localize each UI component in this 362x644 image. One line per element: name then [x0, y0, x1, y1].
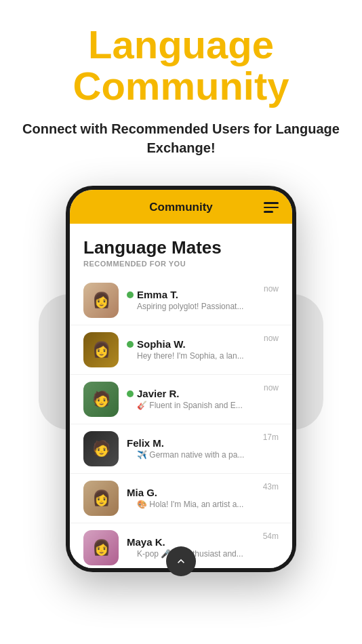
user-time: now	[264, 382, 279, 393]
user-name: Javier R.	[137, 388, 180, 399]
app-header-title: Community	[149, 201, 213, 214]
user-info: Felix M.✈️ German native with a pa...	[127, 437, 255, 460]
avatar: 👩	[83, 283, 119, 318]
list-item[interactable]: 🧑Felix M.✈️ German native with a pa...17…	[70, 424, 292, 474]
user-name-row: Felix M.	[127, 437, 255, 449]
user-info: Sophia W.Hey there! I'm Sophia, a lan...	[127, 338, 256, 361]
hero-title: Language Community	[16, 24, 346, 107]
user-name: Emma T.	[137, 289, 178, 300]
avatar: 👩	[83, 530, 119, 565]
user-time: 54m	[263, 530, 279, 541]
user-time: now	[264, 283, 279, 294]
user-time: now	[264, 332, 279, 343]
online-indicator	[127, 390, 134, 397]
user-info: Javier R.🎸 Fluent in Spanish and E...	[127, 388, 256, 410]
list-item[interactable]: 👩Emma T.Aspiring polyglot! Passionat...n…	[70, 276, 292, 325]
user-name: Mia G.	[127, 487, 157, 498]
user-name: Felix M.	[127, 437, 164, 449]
user-name-row: Javier R.	[127, 388, 256, 399]
section-title: Language Mates	[70, 237, 292, 258]
hero-subtitle: Connect with Recommended Users for Langu…	[16, 119, 346, 157]
list-item[interactable]: 👩Sophia W.Hey there! I'm Sophia, a lan..…	[70, 325, 292, 375]
list-item[interactable]: 🧑Javier R.🎸 Fluent in Spanish and E...no…	[70, 375, 292, 424]
avatar: 👩	[83, 332, 119, 367]
scroll-up-button[interactable]	[166, 546, 196, 576]
user-description: Hey there! I'm Sophia, a lan...	[127, 351, 256, 361]
avatar: 👩	[83, 481, 119, 516]
user-list: 👩Emma T.Aspiring polyglot! Passionat...n…	[70, 276, 292, 568]
user-name-row: Sophia W.	[127, 338, 256, 350]
user-description: ✈️ German native with a pa...	[127, 450, 255, 460]
user-name: Maya K.	[127, 536, 165, 548]
user-info: Emma T.Aspiring polyglot! Passionat...	[127, 289, 256, 311]
avatar: 🧑	[83, 382, 119, 417]
user-time: 43m	[263, 481, 279, 491]
user-name-row: Maya K.	[127, 536, 255, 548]
user-name-row: Emma T.	[127, 289, 256, 300]
user-description: 🎸 Fluent in Spanish and E...	[127, 401, 256, 410]
user-description: Aspiring polyglot! Passionat...	[127, 302, 256, 311]
section-subtitle: RECOMMENDED FOR YOU	[70, 260, 292, 268]
app-header: Community	[70, 190, 292, 224]
user-name: Sophia W.	[137, 338, 186, 350]
phone-mockup: Community Language Mates RECOMMENDED FOR…	[59, 186, 303, 586]
phone-screen: Community Language Mates RECOMMENDED FOR…	[70, 190, 292, 568]
user-info: Mia G.🎨 Hola! I'm Mia, an artist a...	[127, 487, 255, 509]
list-item[interactable]: 👩Mia G.🎨 Hola! I'm Mia, an artist a...43…	[70, 474, 292, 523]
user-name-row: Mia G.	[127, 487, 255, 498]
hero-section: Language Community Connect with Recommen…	[0, 0, 362, 186]
online-indicator	[127, 291, 134, 298]
app-content: Language Mates RECOMMENDED FOR YOU 👩Emma…	[70, 224, 292, 568]
hamburger-menu-icon[interactable]	[264, 202, 279, 213]
user-time: 17m	[263, 431, 279, 442]
user-description: 🎨 Hola! I'm Mia, an artist a...	[127, 500, 255, 509]
phone-frame: Community Language Mates RECOMMENDED FOR…	[66, 186, 296, 572]
avatar: 🧑	[83, 431, 119, 466]
online-indicator	[127, 341, 134, 348]
